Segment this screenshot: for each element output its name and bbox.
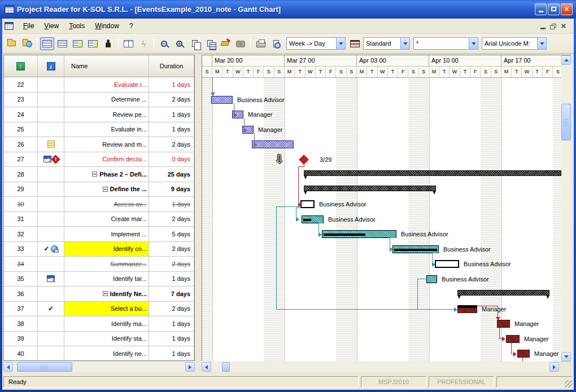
timescale-combo[interactable]: Week -> Day <box>286 37 346 50</box>
maximize-button[interactable] <box>548 3 560 15</box>
table-row[interactable]: 37✓Select a bu...2 days <box>4 302 194 317</box>
column-header-id[interactable]: ↑ <box>4 55 38 77</box>
gantt-connector <box>417 279 418 310</box>
titlebar[interactable]: Project Reader for K-SOL S.R.L. - [Event… <box>0 0 576 19</box>
close-button[interactable]: ✕ <box>561 3 573 15</box>
split-view-button[interactable] <box>121 37 136 50</box>
table-row[interactable]: 23Determine ...2 days <box>4 93 194 108</box>
table-row[interactable]: 40Identify ne...1 days <box>4 346 194 361</box>
task-duration-cell: 1 days <box>149 107 194 122</box>
table-row[interactable]: 22Evaluate r...1 days <box>4 77 194 93</box>
gantt-bar[interactable] <box>392 245 439 253</box>
table-row[interactable]: 25Evaluate in...1 days <box>4 122 194 138</box>
mdi-close-button[interactable]: × <box>559 22 568 30</box>
table-row[interactable]: 26Review and m...2 days <box>4 137 194 152</box>
gantt-bar[interactable] <box>435 260 459 268</box>
gantt-vscrollbar[interactable] <box>561 55 571 362</box>
menu-item-help[interactable]: ? <box>124 20 138 32</box>
hscroll-thumb[interactable] <box>17 362 72 372</box>
pane-splitter[interactable] <box>195 54 202 373</box>
find-button[interactable] <box>233 37 247 50</box>
chevron-down-icon[interactable] <box>336 37 346 50</box>
table-row[interactable]: 38Identify ma...1 days <box>4 316 194 332</box>
gantt-bar[interactable] <box>211 96 233 104</box>
table-row[interactable]: 34Summarize...2 days <box>4 257 194 272</box>
mdi-restore-button[interactable] <box>550 25 555 29</box>
table-row[interactable]: 24Review pe...1 days <box>4 107 194 122</box>
gantt-chart[interactable]: Business AdvisorManagerManagerBusiness A… <box>202 78 561 362</box>
gantt-bar[interactable] <box>304 186 436 191</box>
table-row[interactable]: 30Access av...1 days <box>4 197 194 212</box>
milestone-diamond[interactable] <box>299 155 309 164</box>
format-painter-button[interactable] <box>218 37 232 50</box>
timescale-day-row[interactable]: SMTWTFSSMTWTFSSMTWTFSSMTWTFSSMTWTFSS <box>202 67 561 78</box>
view-tracking-button[interactable] <box>55 37 69 50</box>
gantt-bar[interactable] <box>252 140 294 148</box>
table-hscrollbar[interactable] <box>3 362 195 372</box>
zoom-in-button[interactable]: + <box>172 37 186 50</box>
scroll-left-button[interactable] <box>3 362 13 372</box>
minimize-button[interactable] <box>535 3 547 15</box>
scroll-down-button[interactable] <box>561 352 571 362</box>
gantt-hscrollbar[interactable] <box>202 362 559 372</box>
table-row[interactable]: 27Confirm decisi...0 days <box>4 152 194 168</box>
zoom-out-button[interactable]: − <box>157 37 171 50</box>
scroll-right-button[interactable] <box>185 362 195 372</box>
search-combo[interactable]: * <box>413 37 478 50</box>
chevron-down-icon[interactable] <box>537 37 547 50</box>
gantt-bar[interactable] <box>497 320 510 328</box>
column-header-indicators[interactable]: i <box>38 55 64 77</box>
chevron-down-icon[interactable] <box>469 37 478 50</box>
scroll-right-button[interactable] <box>549 362 559 372</box>
view-resource-sheet-button[interactable] <box>71 37 85 50</box>
gantt-bar[interactable] <box>457 305 477 313</box>
font-combo[interactable]: Arial Unicode M: <box>482 37 547 50</box>
open-button[interactable] <box>5 37 19 50</box>
gantt-bar[interactable] <box>300 200 315 208</box>
table-row[interactable]: 32Implement ...5 days <box>4 227 194 242</box>
task-id-cell: 30 <box>4 197 38 212</box>
hscroll-thumb[interactable] <box>222 362 230 372</box>
gantt-bar[interactable] <box>457 290 549 296</box>
menu-item-window[interactable]: Window <box>90 20 124 32</box>
collapse-box-icon[interactable] <box>92 171 97 177</box>
copy-button[interactable] <box>187 37 202 50</box>
table-row[interactable]: 35Identify tar...1 days <box>4 272 194 287</box>
gantt-bar[interactable] <box>322 230 396 238</box>
view-resource-graph-button[interactable] <box>101 37 115 50</box>
gantt-bar[interactable] <box>302 215 324 223</box>
print-preview-button[interactable] <box>269 37 283 50</box>
mdi-document-icon[interactable] <box>5 22 14 30</box>
view-gantt-button[interactable] <box>40 37 54 50</box>
mdi-minimize-button[interactable] <box>540 24 546 29</box>
gantt-bar[interactable] <box>426 275 437 283</box>
view-task-usage-button[interactable] <box>86 37 100 50</box>
resize-grip[interactable] <box>565 380 573 388</box>
column-header-name[interactable]: Name <box>64 55 149 77</box>
collapse-box-icon[interactable] <box>103 187 108 192</box>
open-web-button[interactable] <box>20 37 34 50</box>
table-row[interactable]: 36Identify Ne...7 days <box>4 287 194 302</box>
filter-combo[interactable]: Standard <box>363 37 410 50</box>
print-button[interactable] <box>254 37 268 50</box>
table-row[interactable]: 39Identify sta...1 days <box>4 332 194 347</box>
timescale-week-row[interactable]: Mar 20 00Mar 27 00Apr 03 00Apr 10 00Apr … <box>202 55 561 67</box>
links-button[interactable]: ϟ <box>137 37 151 50</box>
chevron-down-icon[interactable] <box>400 37 410 50</box>
table-row[interactable]: 29Define the ...9 days <box>4 182 194 197</box>
gantt-bar[interactable] <box>517 350 530 358</box>
copy-picture-button[interactable] <box>203 37 217 50</box>
table-row[interactable]: 33✓Identify co...2 days <box>4 242 194 257</box>
collapse-box-icon[interactable] <box>103 291 108 296</box>
menu-item-tools[interactable]: Tools <box>64 20 90 32</box>
scroll-left-button[interactable] <box>202 362 211 372</box>
gantt-bar[interactable] <box>506 335 520 343</box>
menu-item-file[interactable]: File <box>18 20 39 32</box>
scroll-up-button[interactable] <box>561 55 571 65</box>
column-header-duration[interactable]: Duration <box>149 55 194 77</box>
menu-item-view[interactable]: View <box>39 20 64 32</box>
gantt-bar[interactable] <box>304 170 561 176</box>
vscroll-thumb[interactable] <box>561 104 571 140</box>
table-row[interactable]: 31Create mar...2 days <box>4 212 194 227</box>
table-row[interactable]: 28Phase 2 – Defi...25 days <box>4 167 194 182</box>
